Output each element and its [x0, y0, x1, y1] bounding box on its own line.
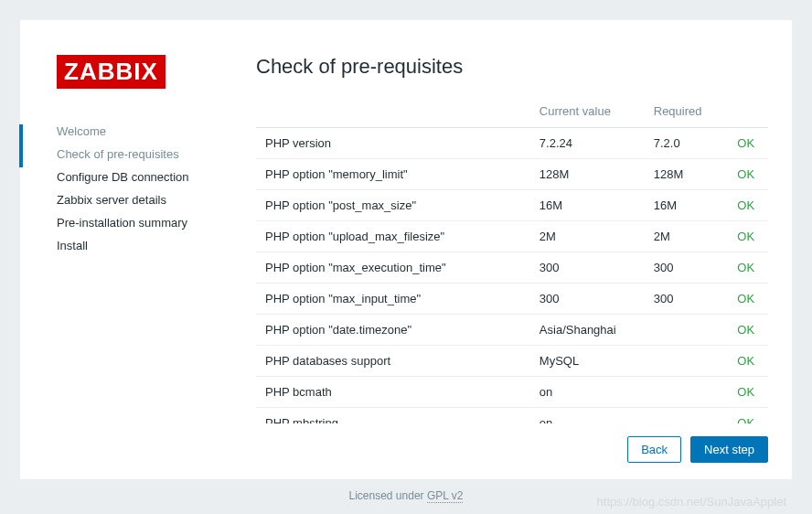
req-name: PHP option "max_execution_time": [256, 252, 532, 284]
watermark: https://blog.csdn.net/SunJavaApplet: [597, 495, 786, 509]
req-name: PHP version: [256, 128, 532, 159]
req-name: PHP option "memory_limit": [256, 159, 532, 190]
table-row: PHP option "memory_limit"128M128MOK: [256, 159, 768, 190]
req-current: on: [532, 377, 646, 408]
table-row: PHP option "date.timezone"Asia/ShanghaiO…: [256, 315, 768, 346]
req-required: 300: [646, 284, 731, 315]
req-required: [646, 408, 731, 424]
logo: ZABBIX: [57, 55, 166, 89]
req-current: on: [532, 408, 646, 424]
header-status: [730, 99, 768, 128]
req-required: [646, 315, 731, 346]
req-required: 300: [646, 252, 731, 284]
requirements-table: Current value Required PHP version7.2.24…: [256, 99, 768, 423]
req-current: Asia/Shanghai: [532, 315, 646, 346]
req-required: 128M: [646, 159, 731, 190]
sidebar: ZABBIX WelcomeCheck of pre-requisitesCon…: [57, 55, 256, 463]
req-required: 7.2.0: [646, 128, 731, 159]
setup-panel: ZABBIX WelcomeCheck of pre-requisitesCon…: [20, 20, 792, 479]
table-row: PHP version7.2.247.2.0OK: [256, 128, 768, 159]
table-row: PHP option "max_execution_time"300300OK: [256, 252, 768, 284]
main-content: Check of pre-requisites Current value Re…: [256, 55, 768, 463]
req-required: 2M: [646, 221, 731, 252]
req-current: 300: [532, 252, 646, 284]
req-name: PHP databases support: [256, 346, 532, 377]
req-name: PHP option "date.timezone": [256, 315, 532, 346]
sidebar-step-4[interactable]: Pre-installation summary: [57, 211, 240, 234]
req-name: PHP option "post_max_size": [256, 190, 532, 221]
button-row: Back Next step: [256, 423, 768, 463]
req-status: OK: [730, 408, 768, 424]
next-step-button[interactable]: Next step: [690, 436, 768, 463]
page-title: Check of pre-requisites: [256, 55, 768, 79]
table-row: PHP option "max_input_time"300300OK: [256, 284, 768, 315]
req-required: 16M: [646, 190, 731, 221]
req-status: OK: [730, 315, 768, 346]
req-required: [646, 346, 731, 377]
header-name: [256, 99, 532, 128]
license-link[interactable]: GPL v2: [427, 489, 464, 503]
sidebar-step-3[interactable]: Zabbix server details: [57, 188, 240, 211]
footer: Licensed under GPL v2 https://blog.csdn.…: [20, 479, 792, 512]
req-status: OK: [730, 221, 768, 252]
header-current: Current value: [532, 99, 646, 128]
req-current: MySQL: [532, 346, 646, 377]
sidebar-step-5[interactable]: Install: [57, 234, 240, 257]
back-button[interactable]: Back: [627, 436, 681, 463]
req-current: 300: [532, 284, 646, 315]
table-row: PHP mbstringonOK: [256, 408, 768, 424]
sidebar-step-0[interactable]: Welcome: [57, 120, 240, 143]
header-required: Required: [646, 99, 731, 128]
req-status: OK: [730, 284, 768, 315]
req-current: 2M: [532, 221, 646, 252]
req-name: PHP bcmath: [256, 377, 532, 408]
table-row: PHP option "post_max_size"16M16MOK: [256, 190, 768, 221]
req-status: OK: [730, 252, 768, 284]
req-name: PHP mbstring: [256, 408, 532, 424]
req-status: OK: [730, 190, 768, 221]
req-current: 128M: [532, 159, 646, 190]
setup-steps-nav: WelcomeCheck of pre-requisitesConfigure …: [57, 120, 240, 257]
req-current: 16M: [532, 190, 646, 221]
req-status: OK: [730, 128, 768, 159]
req-status: OK: [730, 159, 768, 190]
table-row: PHP databases supportMySQLOK: [256, 346, 768, 377]
req-status: OK: [730, 377, 768, 408]
table-row: PHP bcmathonOK: [256, 377, 768, 408]
requirements-table-wrap[interactable]: Current value Required PHP version7.2.24…: [256, 99, 768, 423]
req-name: PHP option "upload_max_filesize": [256, 221, 532, 252]
req-status: OK: [730, 346, 768, 377]
req-name: PHP option "max_input_time": [256, 284, 532, 315]
req-current: 7.2.24: [532, 128, 646, 159]
footer-text: Licensed under: [349, 489, 427, 502]
sidebar-step-1[interactable]: Check of pre-requisites: [57, 143, 240, 166]
req-required: [646, 377, 731, 408]
table-row: PHP option "upload_max_filesize"2M2MOK: [256, 221, 768, 252]
sidebar-step-2[interactable]: Configure DB connection: [57, 166, 240, 188]
